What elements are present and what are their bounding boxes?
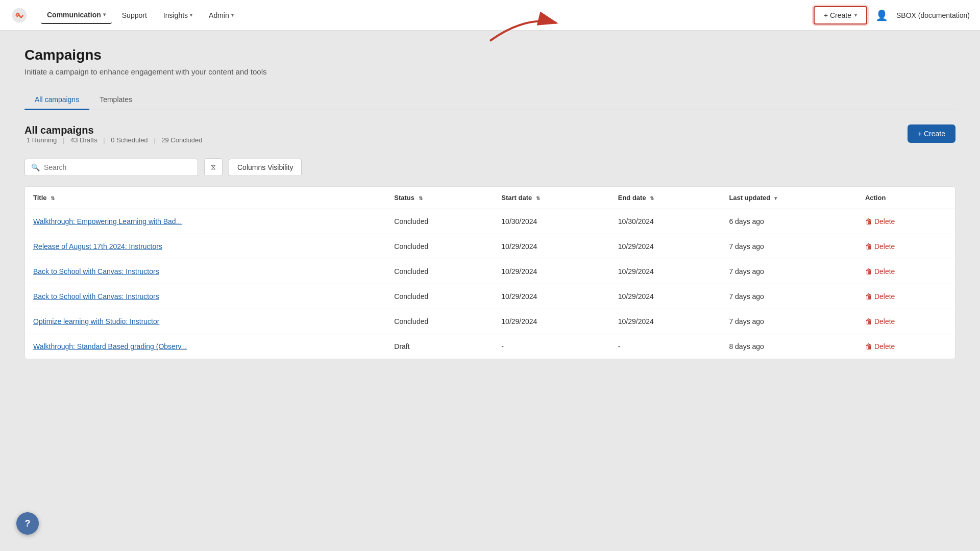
cell-action: 🗑 Delete bbox=[857, 334, 955, 359]
cell-end-date: 10/29/2024 bbox=[610, 284, 721, 309]
nav-item-communication[interactable]: Communication ▾ bbox=[41, 7, 112, 24]
sort-icon: ⇅ bbox=[650, 195, 654, 201]
navbar: Communication ▾ Support Insights ▾ Admin… bbox=[0, 0, 980, 31]
campaign-link[interactable]: Back to School with Canvas: Instructors bbox=[33, 292, 159, 300]
table-body: Walkthrough: Empowering Learning with Ba… bbox=[25, 209, 955, 359]
section-create-button[interactable]: + Create bbox=[908, 124, 955, 143]
cell-status: Draft bbox=[386, 334, 493, 359]
delete-button[interactable]: 🗑 Delete bbox=[865, 292, 895, 300]
delete-button[interactable]: 🗑 Delete bbox=[865, 342, 895, 350]
cell-title: Walkthrough: Empowering Learning with Ba… bbox=[25, 209, 386, 234]
cell-start-date: 10/30/2024 bbox=[493, 209, 609, 234]
chevron-down-icon: ▾ bbox=[231, 12, 234, 18]
cell-action: 🗑 Delete bbox=[857, 284, 955, 309]
cell-action: 🗑 Delete bbox=[857, 309, 955, 334]
col-header-last-updated[interactable]: Last updated ▾ bbox=[721, 187, 856, 209]
table-row: Optimize learning with Studio: Instructo… bbox=[25, 309, 955, 334]
table-row: Back to School with Canvas: Instructors … bbox=[25, 284, 955, 309]
cell-end-date: - bbox=[610, 334, 721, 359]
filter-button[interactable]: ⧖ bbox=[204, 158, 223, 176]
sort-icon: ⇅ bbox=[51, 195, 55, 201]
col-header-title[interactable]: Title ⇅ bbox=[25, 187, 386, 209]
cell-title: Back to School with Canvas: Instructors bbox=[25, 259, 386, 284]
main-content: Campaigns Initiate a campaign to enhance… bbox=[0, 31, 980, 375]
cell-status: Concluded bbox=[386, 309, 493, 334]
sort-icon: ⇅ bbox=[419, 195, 423, 201]
trash-icon: 🗑 bbox=[865, 317, 872, 325]
table-row: Back to School with Canvas: Instructors … bbox=[25, 259, 955, 284]
nav-item-support[interactable]: Support bbox=[116, 7, 153, 23]
delete-button[interactable]: 🗑 Delete bbox=[865, 317, 895, 325]
campaigns-tabs: All campaigns Templates bbox=[24, 90, 955, 110]
page-title: Campaigns bbox=[24, 47, 955, 63]
trash-icon: 🗑 bbox=[865, 242, 872, 251]
campaign-link[interactable]: Optimize learning with Studio: Instructo… bbox=[33, 317, 159, 325]
cell-title: Optimize learning with Studio: Instructo… bbox=[25, 309, 386, 334]
col-header-end-date[interactable]: End date ⇅ bbox=[610, 187, 721, 209]
delete-button[interactable]: 🗑 Delete bbox=[865, 217, 895, 226]
campaign-link[interactable]: Walkthrough: Empowering Learning with Ba… bbox=[33, 217, 182, 226]
section-title-wrap: All campaigns 1 Running | 43 Drafts | 0 … bbox=[24, 124, 204, 154]
col-header-status[interactable]: Status ⇅ bbox=[386, 187, 493, 209]
tab-templates[interactable]: Templates bbox=[89, 90, 142, 110]
cell-status: Concluded bbox=[386, 259, 493, 284]
section-header: All campaigns 1 Running | 43 Drafts | 0 … bbox=[24, 124, 955, 154]
section-title: All campaigns bbox=[24, 124, 204, 136]
filter-icon: ⧖ bbox=[211, 163, 216, 171]
nav-item-insights[interactable]: Insights ▾ bbox=[157, 7, 199, 23]
delete-button[interactable]: 🗑 Delete bbox=[865, 242, 895, 251]
stat-running: 1 Running bbox=[27, 136, 57, 144]
nav-item-admin[interactable]: Admin ▾ bbox=[203, 7, 240, 23]
cell-last-updated: 8 days ago bbox=[721, 334, 856, 359]
cell-title: Back to School with Canvas: Instructors bbox=[25, 284, 386, 309]
campaign-link[interactable]: Back to School with Canvas: Instructors bbox=[33, 267, 159, 276]
app-logo[interactable] bbox=[10, 6, 29, 24]
campaign-link[interactable]: Walkthrough: Standard Based grading (Obs… bbox=[33, 342, 187, 350]
chevron-down-icon: ▾ bbox=[854, 12, 857, 18]
table-row: Walkthrough: Standard Based grading (Obs… bbox=[25, 334, 955, 359]
cell-start-date: - bbox=[493, 334, 609, 359]
cell-start-date: 10/29/2024 bbox=[493, 309, 609, 334]
cell-action: 🗑 Delete bbox=[857, 234, 955, 259]
navbar-create-button[interactable]: + Create ▾ bbox=[814, 6, 867, 24]
campaign-link[interactable]: Release of August 17th 2024: Instructors bbox=[33, 242, 162, 251]
cell-end-date: 10/29/2024 bbox=[610, 259, 721, 284]
trash-icon: 🗑 bbox=[865, 267, 872, 276]
cell-last-updated: 7 days ago bbox=[721, 309, 856, 334]
search-input-wrap: 🔍 bbox=[24, 159, 198, 176]
chevron-down-icon: ▾ bbox=[103, 12, 106, 17]
cell-title: Walkthrough: Standard Based grading (Obs… bbox=[25, 334, 386, 359]
sort-icon: ▾ bbox=[774, 195, 777, 201]
col-header-start-date[interactable]: Start date ⇅ bbox=[493, 187, 609, 209]
stat-concluded: 29 Concluded bbox=[161, 136, 202, 144]
chevron-down-icon: ▾ bbox=[190, 12, 192, 18]
table-header-row: Title ⇅ Status ⇅ Start date ⇅ End date ⇅ bbox=[25, 187, 955, 209]
org-name: SBOX (documentation) bbox=[896, 11, 970, 19]
nav-items: Communication ▾ Support Insights ▾ Admin… bbox=[41, 7, 814, 24]
trash-icon: 🗑 bbox=[865, 292, 872, 300]
search-input[interactable] bbox=[44, 163, 191, 171]
cell-status: Concluded bbox=[386, 284, 493, 309]
table-row: Walkthrough: Empowering Learning with Ba… bbox=[25, 209, 955, 234]
trash-icon: 🗑 bbox=[865, 217, 872, 226]
cell-status: Concluded bbox=[386, 234, 493, 259]
cell-start-date: 10/29/2024 bbox=[493, 284, 609, 309]
stat-drafts: 43 Drafts bbox=[70, 136, 97, 144]
col-header-action: Action bbox=[857, 187, 955, 209]
delete-button[interactable]: 🗑 Delete bbox=[865, 267, 895, 276]
trash-icon: 🗑 bbox=[865, 342, 872, 350]
section-stats: 1 Running | 43 Drafts | 0 Scheduled | 29… bbox=[24, 136, 204, 144]
tab-all-campaigns[interactable]: All campaigns bbox=[24, 90, 89, 110]
toolbar: 🔍 ⧖ Columns Visibility bbox=[24, 158, 955, 176]
cell-title: Release of August 17th 2024: Instructors bbox=[25, 234, 386, 259]
cell-action: 🗑 Delete bbox=[857, 259, 955, 284]
cell-end-date: 10/29/2024 bbox=[610, 234, 721, 259]
user-icon[interactable]: 👤 bbox=[875, 9, 888, 21]
columns-visibility-button[interactable]: Columns Visibility bbox=[229, 159, 302, 176]
cell-end-date: 10/29/2024 bbox=[610, 309, 721, 334]
campaigns-table: Title ⇅ Status ⇅ Start date ⇅ End date ⇅ bbox=[24, 186, 955, 359]
cell-start-date: 10/29/2024 bbox=[493, 234, 609, 259]
cell-end-date: 10/30/2024 bbox=[610, 209, 721, 234]
sort-icon: ⇅ bbox=[536, 195, 540, 201]
page-subtitle: Initiate a campaign to enhance engagemen… bbox=[24, 67, 955, 76]
